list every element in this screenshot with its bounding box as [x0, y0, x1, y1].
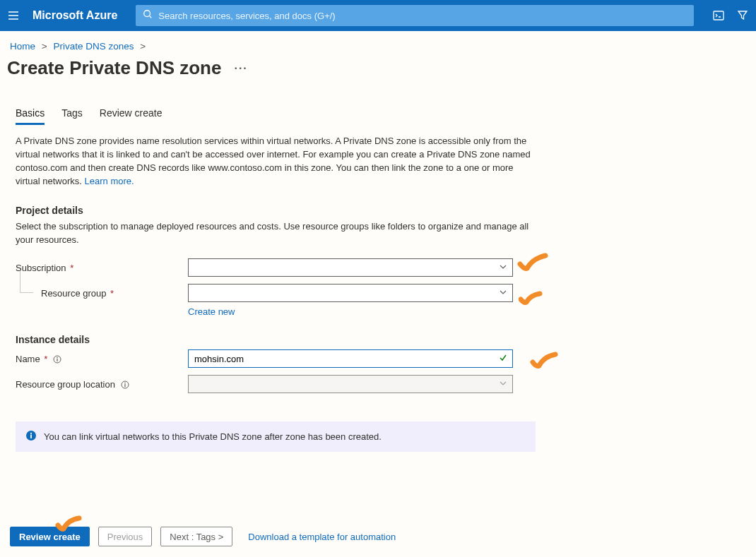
next-tags-button[interactable]: Next : Tags > — [160, 527, 232, 546]
breadcrumb-zones[interactable]: Private DNS zones — [53, 41, 134, 52]
previous-button[interactable]: Previous — [98, 527, 153, 546]
annotation-checkmark — [519, 291, 543, 309]
annotation-checkmark — [55, 515, 82, 537]
svg-rect-4 — [57, 359, 57, 361]
link-networks-infobox: You can link virtual networks to this Pr… — [16, 421, 536, 452]
learn-more-link[interactable]: Learn more. — [85, 176, 134, 186]
tab-basics[interactable]: Basics — [16, 107, 45, 125]
svg-rect-7 — [124, 384, 125, 387]
svg-point-9 — [30, 433, 32, 434]
page-title: Create Private DNS zone — [7, 57, 221, 79]
annotation-checkmark — [517, 253, 548, 277]
required-indicator: * — [42, 354, 48, 364]
required-indicator: * — [68, 263, 74, 273]
svg-point-3 — [57, 357, 58, 358]
svg-point-0 — [144, 11, 150, 17]
hamburger-icon[interactable] — [7, 9, 20, 22]
resource-group-row: Resource group * — [16, 284, 536, 302]
info-icon[interactable] — [53, 355, 61, 364]
basics-description: A Private DNS zone provides name resolut… — [16, 135, 536, 188]
project-details-heading: Project details — [16, 205, 536, 216]
search-input[interactable] — [136, 5, 694, 26]
chevron-right-icon: > — [42, 41, 47, 52]
tabs: Basics Tags Review create — [0, 79, 756, 125]
chevron-right-icon: > — [140, 41, 146, 52]
location-label: Resource group location — [16, 379, 188, 390]
top-bar: Microsoft Azure — [0, 0, 756, 31]
name-label: Name * — [16, 354, 188, 364]
subscription-label: Subscription * — [16, 263, 188, 273]
topbar-right-icons — [712, 9, 749, 22]
search-icon — [143, 9, 153, 22]
search-wrapper — [136, 5, 694, 26]
location-row: Resource group location — [16, 375, 536, 393]
infobox-text: You can link virtual networks to this Pr… — [44, 431, 382, 442]
resource-group-label: Resource group * — [16, 288, 188, 299]
svg-rect-10 — [30, 435, 32, 438]
subscription-select[interactable] — [188, 258, 513, 277]
page-title-row: Create Private DNS zone ··· — [0, 52, 756, 79]
info-icon — [25, 430, 37, 443]
breadcrumb-home[interactable]: Home — [10, 41, 35, 52]
check-icon — [499, 352, 507, 365]
subscription-row: Subscription * — [16, 258, 536, 277]
tab-tags[interactable]: Tags — [61, 107, 83, 125]
location-select — [188, 375, 513, 393]
breadcrumb: Home > Private DNS zones > — [0, 31, 756, 52]
more-actions-icon[interactable]: ··· — [234, 62, 247, 75]
tab-review[interactable]: Review create — [100, 107, 163, 125]
brand-label[interactable]: Microsoft Azure — [33, 9, 117, 22]
svg-point-6 — [124, 382, 126, 383]
cloud-shell-icon[interactable] — [712, 9, 725, 22]
form-content: A Private DNS zone provides name resolut… — [0, 125, 551, 452]
instance-details-heading: Instance details — [16, 334, 536, 345]
name-input[interactable] — [188, 349, 513, 368]
required-indicator: * — [108, 288, 114, 299]
directory-filter-icon[interactable] — [736, 9, 749, 22]
project-details-desc: Select the subscription to manage deploy… — [16, 220, 536, 247]
name-row: Name * — [16, 349, 536, 368]
info-icon[interactable] — [121, 381, 129, 389]
download-template-link[interactable]: Download a template for automation — [248, 532, 396, 542]
annotation-checkmark — [530, 352, 558, 374]
create-new-link[interactable]: Create new — [188, 306, 536, 317]
svg-rect-1 — [714, 11, 723, 20]
resource-group-select[interactable] — [188, 284, 513, 302]
